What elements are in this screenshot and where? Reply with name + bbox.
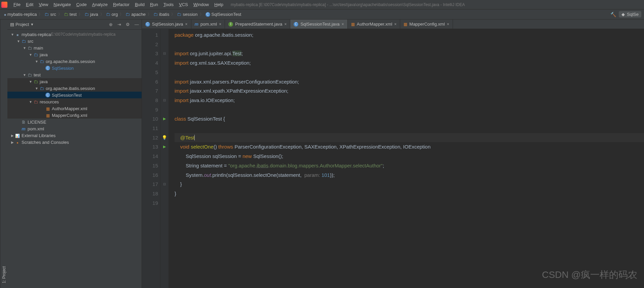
expand-arrow-icon[interactable]: ▼ (28, 80, 33, 84)
tab-preparedstatement-java[interactable]: IPreparedStatement.java× (225, 20, 290, 29)
close-tab-icon[interactable]: × (185, 22, 188, 27)
close-tab-icon[interactable]: × (447, 22, 449, 27)
code-line-13[interactable]: void selectOne() throws ParserConfigurat… (175, 142, 644, 152)
breadcrumb-ibatis[interactable]: ibatis (152, 12, 171, 17)
run-gutter-icon[interactable]: ▶ (163, 114, 166, 124)
code-line-7[interactable]: import javax.xml.xpath.XPathExpressionEx… (175, 86, 644, 96)
gear-icon[interactable]: ⚙ (126, 22, 130, 27)
breadcrumb-session[interactable]: session (176, 12, 199, 17)
tree-node-resources[interactable]: ▼resources (7, 98, 142, 105)
tree-node-pom-xml[interactable]: pom.xml (7, 125, 142, 132)
menu-refactor[interactable]: Refactor (110, 2, 132, 7)
expand-arrow-icon[interactable]: ▼ (34, 87, 39, 90)
expand-arrow-icon[interactable]: ▼ (22, 73, 27, 77)
gutter-icon-strip[interactable]: ⊟⊟▶💡▶⊟ (160, 29, 168, 288)
project-view-selector[interactable]: ▤ Project ▼ (10, 22, 34, 27)
tab-sqlsession-java[interactable]: CSqlSession.java× (142, 20, 191, 29)
breadcrumb-sqlsessiontest[interactable]: CSqlSessionTest (204, 12, 243, 17)
hide-icon[interactable]: — (135, 22, 139, 27)
tree-node-license[interactable]: LICENSE (7, 119, 142, 125)
expand-arrow-icon[interactable]: ▼ (10, 33, 15, 36)
line-number-gutter[interactable]: 12345678910111213141516171819 (142, 29, 160, 288)
project-tree[interactable]: ▼mybatis-replica E:\007Code\mybatis\myba… (7, 30, 142, 147)
code-line-16[interactable]: System.out.println(sqlSession.selectOne(… (175, 170, 644, 180)
tree-node-mapperconfig-xml[interactable]: MapperConfig.xml (7, 112, 142, 119)
collapse-all-icon[interactable]: ⇥ (117, 22, 121, 27)
select-opened-file-icon[interactable]: ⊕ (109, 22, 113, 27)
breadcrumb-test[interactable]: test (63, 12, 78, 17)
intention-bulb-icon[interactable]: 💡 (162, 133, 167, 142)
fold-icon[interactable]: ⊟ (163, 49, 166, 58)
expand-arrow-icon[interactable]: ▼ (22, 46, 27, 50)
code-line-14[interactable]: SqlSession sqlSession = new SqlSession()… (175, 152, 644, 161)
editor-body[interactable]: 12345678910111213141516171819 ⊟⊟▶💡▶⊟ pac… (142, 29, 644, 288)
expand-arrow-icon[interactable]: ▼ (28, 100, 33, 104)
menu-analyze[interactable]: Analyze (89, 2, 110, 7)
code-line-9[interactable] (175, 105, 644, 115)
build-icon[interactable]: 🔨 (610, 12, 616, 17)
code-line-15[interactable]: String statement = "org.apache.ibatis.do… (175, 161, 644, 170)
menu-help[interactable]: Help (212, 2, 226, 7)
menu-run[interactable]: Run (147, 2, 161, 7)
tree-node-mybatis-replica[interactable]: ▼mybatis-replica E:\007Code\mybatis\myba… (7, 31, 142, 38)
tree-node-sqlsessiontest[interactable]: CSqlSessionTest (7, 92, 142, 98)
tree-node-org-apache-ibatis-session[interactable]: ▼org.apache.ibatis.session (7, 58, 142, 65)
close-tab-icon[interactable]: × (342, 22, 344, 27)
fold-icon[interactable]: ⊟ (163, 180, 166, 189)
expand-arrow-icon[interactable]: ▼ (28, 53, 33, 57)
tree-node-test[interactable]: ▼test (7, 71, 142, 78)
menu-edit[interactable]: Edit (23, 2, 36, 7)
breadcrumb-org[interactable]: org (105, 12, 119, 17)
menu-file[interactable]: File (11, 2, 23, 7)
tree-node-sqlsession[interactable]: CSqlSession (7, 65, 142, 71)
code-line-6[interactable]: import javax.xml.parsers.ParserConfigura… (175, 77, 644, 87)
code-line-10[interactable]: class SqlSessionTest { (175, 114, 644, 124)
code-line-5[interactable] (175, 68, 644, 77)
expand-arrow-icon[interactable]: ▼ (34, 60, 39, 63)
expand-arrow-icon[interactable]: ▼ (16, 39, 21, 43)
breadcrumb-src[interactable]: src (43, 12, 57, 17)
menu-view[interactable]: View (36, 2, 51, 7)
menu-navigate[interactable]: Navigate (51, 2, 73, 7)
tab-sqlsessiontest-java[interactable]: CSqlSessionTest.java× (290, 20, 347, 29)
breadcrumb-java[interactable]: java (83, 12, 100, 17)
menu-tools[interactable]: Tools (161, 2, 176, 7)
tree-node-java[interactable]: ▼java (7, 51, 142, 58)
project-tool-tab[interactable]: 1: Project (1, 22, 7, 285)
code-line-3[interactable]: import org.junit.jupiter.api.Test; (175, 49, 644, 58)
tree-node-main[interactable]: ▼main (7, 44, 142, 51)
tab-pom-xml[interactable]: pom.xml× (191, 20, 225, 29)
code-line-4[interactable]: import org.xml.sax.SAXException; (175, 58, 644, 68)
close-tab-icon[interactable]: × (219, 22, 221, 27)
code-line-8[interactable]: import java.io.IOException; (175, 96, 644, 105)
menu-window[interactable]: Window (191, 2, 212, 7)
tree-node-java[interactable]: ▼java (7, 78, 142, 85)
tab-authormapper-xml[interactable]: AuthorMapper.xml× (348, 20, 401, 29)
tab-mapperconfig-xml[interactable]: MapperConfig.xml× (400, 20, 453, 29)
expand-arrow-icon[interactable]: ▶ (10, 134, 15, 137)
menu-build[interactable]: Build (132, 2, 147, 7)
tree-node-src[interactable]: ▼src (7, 38, 142, 44)
menu-code[interactable]: Code (74, 2, 89, 7)
fold-icon[interactable]: ⊟ (163, 96, 166, 105)
close-tab-icon[interactable]: × (394, 22, 396, 27)
expand-arrow-icon[interactable]: ▶ (10, 140, 15, 144)
menu-vcs[interactable]: VCS (176, 2, 191, 7)
tree-node-scratches-and-consoles[interactable]: ▶Scratches and Consoles (7, 139, 142, 146)
close-tab-icon[interactable]: × (284, 22, 287, 27)
tree-node-authormapper-xml[interactable]: AuthorMapper.xml (7, 105, 142, 112)
code-line-18[interactable]: } (175, 189, 644, 198)
code-line-11[interactable] (175, 124, 644, 133)
run-config-selector[interactable]: ◆ SqlSe (619, 11, 641, 18)
code-line-19[interactable] (175, 198, 644, 208)
code-line-12[interactable]: @Test (175, 133, 644, 142)
code-line-17[interactable]: } (175, 180, 644, 189)
tree-node-org-apache-ibatis-session[interactable]: ▼org.apache.ibatis.session (7, 85, 142, 92)
breadcrumb-mybatis-replica[interactable]: mybatis-replica (3, 12, 38, 17)
code-line-2[interactable] (175, 40, 644, 49)
tree-node-external-libraries[interactable]: ▶External Libraries (7, 132, 142, 139)
breadcrumb-apache[interactable]: apache (124, 12, 147, 17)
code-area[interactable]: package org.apache.ibatis.session; impor… (168, 29, 644, 288)
code-line-1[interactable]: package org.apache.ibatis.session; (175, 30, 644, 40)
run-gutter-icon[interactable]: ▶ (163, 142, 166, 152)
